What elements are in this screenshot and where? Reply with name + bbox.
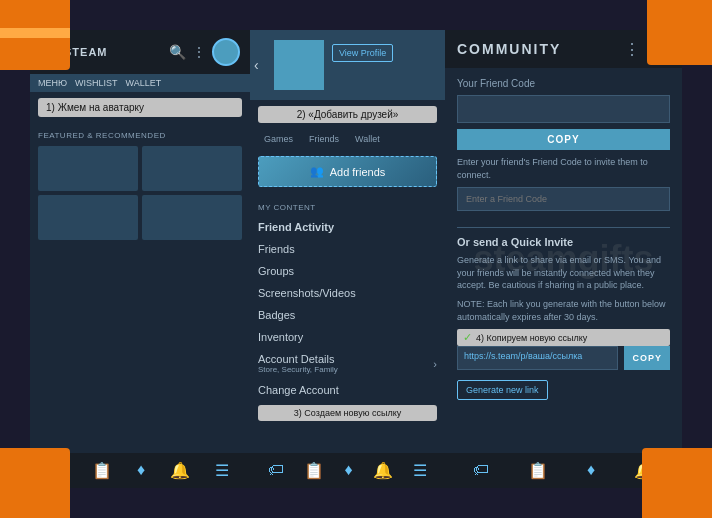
menu-groups[interactable]: Groups [250,260,445,282]
link-row: https://s.team/p/ваша/ссылка COPY [457,346,670,370]
arrow-right-icon: › [433,358,437,370]
bottom-icon-4[interactable]: 🔔 [170,461,190,480]
mid-bottom-icon-1[interactable]: 🏷 [268,461,284,480]
main-container: STEAM 🔍 ⋮ МЕНЮ WISHLIST WALLET 1) Жмем н… [30,30,682,488]
profile-avatar [274,40,324,90]
comm-bottom-icon-1[interactable]: 🏷 [473,461,489,480]
view-profile-button[interactable]: View Profile [332,44,393,62]
copy-tooltip-text: 4) Копируем новую ссылку [476,333,587,343]
tab-friends[interactable]: Friends [303,131,345,148]
profile-tabs: Games Friends Wallet [250,131,445,148]
menu-friends[interactable]: Friends [250,238,445,260]
search-icon[interactable]: 🔍 [169,44,186,60]
tooltip-new-link: 3) Создаем новую ссылку [258,405,437,421]
steam-nav: МЕНЮ WISHLIST WALLET [30,74,250,92]
tooltip-add-friends: 2) «Добавить друзей» [258,106,437,123]
middle-bottom-bar: 🏷 📋 ♦ 🔔 ☰ [250,453,445,488]
menu-change-account[interactable]: Change Account [250,379,445,401]
comm-bottom-icon-2[interactable]: 📋 [528,461,548,480]
menu-inventory[interactable]: Inventory [250,326,445,348]
copy-new-link-tooltip: ✓ 4) Копируем новую ссылку [457,329,670,346]
community-title: COMMUNITY [457,41,561,57]
link-copy-button[interactable]: COPY [624,346,670,370]
featured-grid [38,146,242,240]
account-details-sub: Store, Security, Family [258,365,338,374]
mid-bottom-icon-4[interactable]: 🔔 [373,461,393,480]
nav-menu[interactable]: МЕНЮ [38,78,67,88]
add-friends-button[interactable]: 👥 Add friends [258,156,437,187]
tab-games[interactable]: Games [258,131,299,148]
gift-corner-topright [647,0,712,65]
avatar[interactable] [212,38,240,66]
gift-corner-bottomright [642,448,712,518]
profile-header: ‹ View Profile [250,30,445,100]
nav-wallet[interactable]: WALLET [126,78,162,88]
friend-code-input[interactable] [457,95,670,123]
featured-item-1 [38,146,138,191]
gift-corner-topleft [0,0,70,70]
check-icon: ✓ [463,331,472,344]
back-arrow-icon[interactable]: ‹ [254,57,259,73]
tooltip-click-avatar: 1) Жмем на аватарку [38,98,242,117]
featured-item-3 [38,195,138,240]
my-content-label: MY CONTENT [250,195,445,216]
add-friends-icon: 👥 [310,165,324,178]
invite-description: Enter your friend's Friend Code to invit… [457,156,670,181]
comm-bottom-icon-3[interactable]: ♦ [587,461,595,480]
quick-invite-desc: Generate a link to share via email or SM… [457,254,670,292]
steam-header-icons: 🔍 ⋮ [169,38,240,66]
copy-friend-code-button[interactable]: COPY [457,129,670,150]
account-details-label: Account Details [258,353,338,365]
menu-account-details[interactable]: Account Details Store, Security, Family … [250,348,445,379]
note-text: NOTE: Each link you generate with the bu… [457,298,670,323]
quick-invite-label: Or send a Quick Invite [457,236,670,248]
mid-bottom-icon-3[interactable]: ♦ [344,461,352,480]
menu-friend-activity[interactable]: Friend Activity [250,216,445,238]
right-panel: COMMUNITY ⋮ Your Friend Code COPY Enter … [445,30,682,488]
steam-content: FEATURED & RECOMMENDED [30,123,250,248]
mid-bottom-icon-2[interactable]: 📋 [304,461,324,480]
tab-wallet[interactable]: Wallet [349,131,386,148]
middle-panel: ‹ View Profile 2) «Добавить друзей» Game… [250,30,445,488]
mid-bottom-icon-5[interactable]: ☰ [413,461,427,480]
link-display: https://s.team/p/ваша/ссылка [457,346,618,370]
bottom-icon-5[interactable]: ☰ [215,461,229,480]
gift-corner-bottomleft [0,448,70,518]
more-icon[interactable]: ⋮ [192,44,206,60]
bottom-icon-2[interactable]: 📋 [92,461,112,480]
divider [457,227,670,228]
steam-panel: STEAM 🔍 ⋮ МЕНЮ WISHLIST WALLET 1) Жмем н… [30,30,250,488]
add-friends-label: Add friends [330,166,386,178]
steam-logo-text: STEAM [64,46,108,58]
featured-label: FEATURED & RECOMMENDED [38,131,242,140]
featured-item-4 [142,195,242,240]
community-more-icon[interactable]: ⋮ [624,40,640,59]
menu-screenshots[interactable]: Screenshots/Videos [250,282,445,304]
menu-badges[interactable]: Badges [250,304,445,326]
bottom-icon-3[interactable]: ♦ [137,461,145,480]
friend-code-label: Your Friend Code [457,78,670,89]
community-content: Your Friend Code COPY Enter your friend'… [445,68,682,410]
nav-wishlist[interactable]: WISHLIST [75,78,118,88]
generate-link-button[interactable]: Generate new link [457,380,548,400]
enter-friend-code-input[interactable] [457,187,670,211]
featured-item-2 [142,146,242,191]
